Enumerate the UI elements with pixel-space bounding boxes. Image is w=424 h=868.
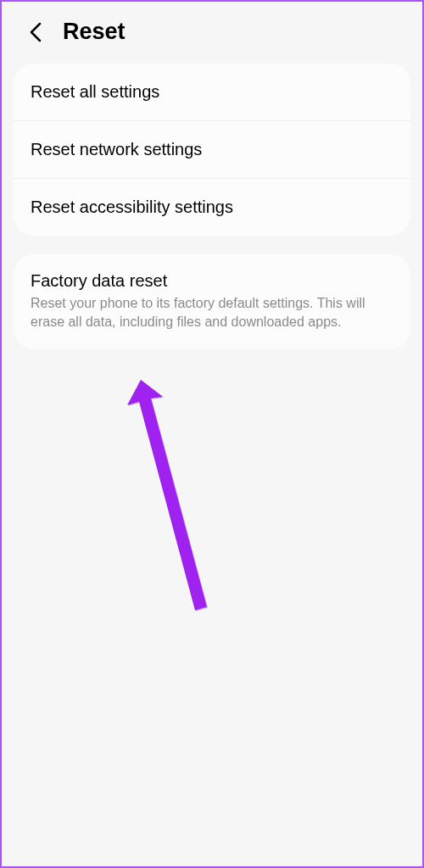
list-item-label: Factory data reset (31, 271, 393, 291)
factory-data-reset-item[interactable]: Factory data reset Reset your phone to i… (14, 254, 410, 349)
reset-network-settings-item[interactable]: Reset network settings (14, 121, 410, 179)
settings-group-1: Reset all settings Reset network setting… (14, 64, 410, 236)
annotation-arrow-icon (115, 380, 217, 617)
back-icon[interactable] (27, 24, 44, 41)
list-item-description: Reset your phone to its factory default … (31, 294, 393, 331)
settings-group-2: Factory data reset Reset your phone to i… (14, 254, 410, 349)
list-item-label: Reset accessibility settings (31, 198, 393, 217)
reset-accessibility-settings-item[interactable]: Reset accessibility settings (14, 179, 410, 236)
reset-all-settings-item[interactable]: Reset all settings (14, 64, 410, 121)
list-item-label: Reset network settings (31, 140, 393, 159)
header: Reset (2, 2, 422, 57)
list-item-label: Reset all settings (31, 82, 393, 102)
page-title: Reset (63, 19, 126, 45)
